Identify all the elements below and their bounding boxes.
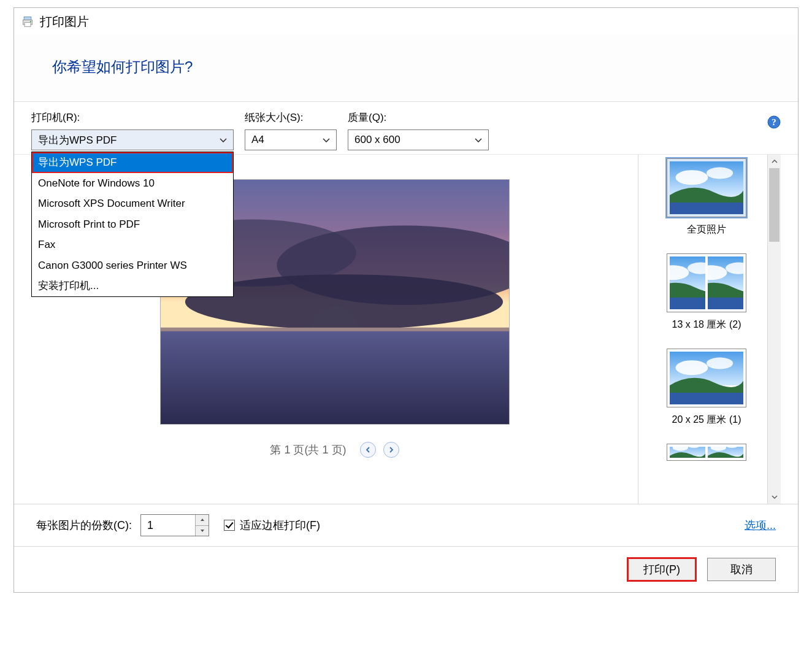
svg-rect-2 (25, 23, 31, 27)
layout-thumbnail (667, 349, 746, 407)
chevron-down-icon (323, 134, 330, 146)
layout-caption: 全页照片 (687, 223, 726, 236)
thumbnail-image (670, 256, 705, 309)
layout-item[interactable]: 20 x 25 厘米 (1) (646, 349, 767, 426)
paper-label: 纸张大小(S): (245, 110, 337, 125)
pager-nav (360, 442, 399, 458)
paper-field-group: 纸张大小(S): A4 (245, 110, 337, 150)
layout-panel: 全页照片13 x 18 厘米 (2)20 x 25 厘米 (1) (638, 155, 781, 504)
printer-label: 打印机(R): (31, 110, 234, 125)
printer-option[interactable]: Fax (32, 234, 233, 255)
action-bar: 打印(P) 取消 (14, 546, 798, 592)
svg-rect-0 (24, 17, 31, 20)
copies-input[interactable]: 1 (140, 514, 209, 536)
printer-dropdown: 导出为WPS PDFOneNote for Windows 10Microsof… (31, 152, 234, 297)
copies-label: 每张图片的份数(C): (36, 518, 132, 533)
layout-caption: 13 x 18 厘米 (2) (672, 318, 741, 331)
copies-value: 1 (141, 515, 195, 536)
printer-select-value: 导出为WPS PDF (38, 133, 117, 147)
quality-select[interactable]: 600 x 600 (348, 129, 489, 150)
quality-label: 质量(Q): (348, 110, 489, 125)
layout-thumbnail (667, 253, 746, 312)
fit-frame-checkbox[interactable] (224, 520, 235, 531)
svg-rect-12 (161, 328, 509, 331)
printer-option[interactable]: Canon G3000 series Printer WS (32, 255, 233, 276)
form-row: 打印机(R): 导出为WPS PDF 导出为WPS PDFOneNote for… (14, 102, 798, 150)
thumbnail-image (708, 256, 743, 309)
paper-select-value: A4 (251, 134, 264, 146)
options-link[interactable]: 选项... (745, 518, 776, 533)
thumbnail-image (670, 352, 743, 404)
printer-option[interactable]: Microsoft Print to PDF (32, 214, 233, 235)
printer-option[interactable]: OneNote for Windows 10 (32, 173, 233, 194)
thumbnail-image (670, 161, 743, 214)
copies-step-down[interactable] (196, 525, 209, 536)
heading-strip: 你希望如何打印图片? (14, 35, 798, 102)
pager: 第 1 页(共 1 页) (270, 442, 399, 458)
window-title: 打印图片 (40, 14, 89, 30)
fit-frame-option[interactable]: 适应边框打印(F) (224, 518, 320, 533)
layout-caption: 20 x 25 厘米 (1) (672, 414, 741, 426)
prev-page-button[interactable] (360, 442, 376, 458)
printer-icon (21, 15, 34, 28)
cancel-button[interactable]: 取消 (707, 558, 776, 581)
scrollbar-down-button[interactable] (768, 490, 781, 504)
quality-select-value: 600 x 600 (354, 134, 400, 146)
svg-rect-11 (161, 328, 509, 424)
quality-field-group: 质量(Q): 600 x 600 (348, 110, 489, 150)
fit-frame-label: 适应边框打印(F) (240, 518, 320, 533)
thumbnail-image (670, 447, 705, 458)
next-page-button[interactable] (383, 442, 399, 458)
layout-thumbnail (667, 444, 746, 461)
printer-select[interactable]: 导出为WPS PDF (31, 129, 234, 150)
print-button[interactable]: 打印(P) (627, 558, 696, 581)
layout-item[interactable] (646, 444, 767, 461)
print-pictures-dialog: 打印图片 你希望如何打印图片? 打印机(R): 导出为WPS PDF 导出为WP… (13, 7, 799, 593)
scrollbar[interactable] (767, 155, 781, 504)
chevron-down-icon (475, 134, 482, 146)
layout-item[interactable]: 全页照片 (646, 158, 767, 236)
copies-step-up[interactable] (196, 515, 209, 525)
layout-list: 全页照片13 x 18 厘米 (2)20 x 25 厘米 (1) (646, 155, 767, 504)
copies-stepper (195, 515, 209, 536)
scrollbar-track[interactable] (768, 168, 781, 490)
heading-text: 你希望如何打印图片? (52, 57, 760, 77)
printer-option[interactable]: 安装打印机... (32, 276, 233, 296)
scrollbar-thumb[interactable] (769, 168, 779, 242)
chevron-down-icon (220, 134, 227, 146)
svg-point-3 (30, 21, 31, 22)
bottom-options: 每张图片的份数(C): 1 适应边框打印(F) 选项... (14, 504, 798, 546)
layout-thumbnail (667, 158, 746, 217)
printer-option[interactable]: 导出为WPS PDF (32, 152, 233, 173)
thumbnail-image (708, 447, 743, 458)
pager-text: 第 1 页(共 1 页) (270, 442, 346, 457)
help-icon[interactable]: ? (767, 115, 781, 129)
scrollbar-up-button[interactable] (768, 155, 781, 168)
layout-item[interactable]: 13 x 18 厘米 (2) (646, 253, 767, 331)
titlebar: 打印图片 (14, 8, 798, 35)
printer-field-group: 打印机(R): 导出为WPS PDF 导出为WPS PDFOneNote for… (31, 110, 234, 150)
printer-option[interactable]: Microsoft XPS Document Writer (32, 193, 233, 214)
svg-text:?: ? (772, 117, 776, 127)
paper-select[interactable]: A4 (245, 129, 337, 150)
